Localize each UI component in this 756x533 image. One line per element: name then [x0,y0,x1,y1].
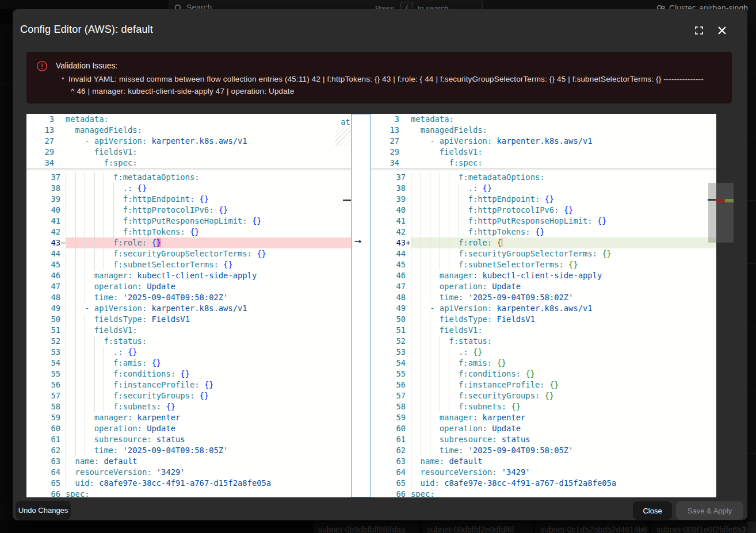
code-line[interactable]: 51fieldsV1: [371,325,716,336]
close-dialog-button[interactable]: Close [633,501,672,520]
scrollbar-slider[interactable] [708,183,716,243]
code-line[interactable]: 29fieldsV1: [26,147,351,158]
code-line[interactable]: 63name: default [371,456,716,467]
line-number: 13 [371,125,399,136]
code-line[interactable]: 55f:conditions: {} [26,369,351,379]
code-line[interactable]: 38.: {} [26,183,351,194]
code-line[interactable]: 53.: {} [371,347,716,358]
code-line[interactable]: 3metadata: [26,114,351,125]
code-line[interactable]: 46manager: kubectl-client-side-apply [26,270,351,281]
code-line[interactable]: 27- apiVersion: karpenter.k8s.aws/v1 [371,136,716,147]
code-line[interactable]: 50fieldsType: FieldsV1 [371,314,716,325]
overview-ruler-viewport[interactable] [716,183,734,243]
code-line[interactable]: 13managedFields: [26,125,351,136]
code-line[interactable]: 57f:securityGroups: {} [26,390,351,401]
line-number: 53 [26,347,60,358]
code-line[interactable]: 61subresource: status [371,434,716,445]
line-number: 27 [26,136,54,147]
diff-original-pane[interactable]: 37f:metadataOptions:38.: {}39f:httpEndpo… [26,114,351,497]
diff-gutter: → [351,114,371,497]
code-line[interactable]: 62time: '2025-09-04T09:58:05Z' [371,445,716,456]
line-number: 47 [371,281,406,292]
code-line[interactable]: 37f:metadataOptions: [26,172,351,183]
line-number: 27 [371,136,399,147]
code-line[interactable]: 64resourceVersion: '3429' [371,467,716,478]
code-line[interactable]: 34f:spec: [371,158,716,168]
code-line[interactable]: 43−f:role: {} [26,237,351,248]
code-line[interactable]: 64resourceVersion: '3429' [26,467,351,478]
code-line[interactable]: 40f:httpProtocolIPv6: {} [26,205,351,216]
code-line[interactable]: 50fieldsType: FieldsV1 [26,314,351,325]
code-line[interactable]: 55f:conditions: {} [371,369,716,379]
code-line[interactable]: 61subresource: status [26,434,351,445]
code-line[interactable]: 37f:metadataOptions: [371,172,716,183]
code-line[interactable]: 39f:httpEndpoint: {} [26,194,351,205]
code-line[interactable]: 48time: '2025-09-04T09:58:02Z' [371,292,716,303]
code-line[interactable]: 47operation: Update [26,281,351,292]
diff-modified-pane[interactable]: 37f:metadataOptions:38.: {}39f:httpEndpo… [371,114,716,497]
code-line[interactable]: 47operation: Update [371,281,716,292]
code-line[interactable]: 41f:httpPutResponseHopLimit: {} [371,216,716,227]
code-line[interactable]: 43+f:role: { [371,237,716,248]
undo-changes-button[interactable]: Undo Changes [16,501,71,520]
clipped-code-text: at [341,117,350,128]
code-line[interactable]: 60operation: Update [26,423,351,434]
code-line[interactable]: 45f:subnetSelectorTerms: {} [26,259,351,270]
code-line[interactable]: 62time: '2025-09-04T09:58:05Z' [26,445,351,456]
code-line[interactable]: 34f:spec: [26,158,351,168]
code-line[interactable]: 60operation: Update [371,423,716,434]
overview-cursor-mark [708,199,717,201]
code-line[interactable]: 45f:subnetSelectorTerms: {} [371,259,716,270]
code-line[interactable]: 49- apiVersion: karpenter.k8s.aws/v1 [371,303,716,314]
line-number: 54 [371,358,406,369]
code-line[interactable]: 42f:httpTokens: {} [26,227,351,237]
revert-arrow-icon[interactable]: → [354,235,361,247]
code-line[interactable]: 59manager: karpenter [26,412,351,423]
code-line[interactable]: 49- apiVersion: karpenter.k8s.aws/v1 [26,303,351,314]
code-line[interactable]: 56f:instanceProfile: {} [371,379,716,390]
line-number: 45 [371,259,406,270]
code-line[interactable]: 44f:securityGroupSelectorTerms: {} [371,248,716,259]
code-line[interactable]: 52f:status: [26,336,351,347]
table-row-separator [747,137,756,137]
code-line[interactable]: 65uid: c8afe97e-38cc-4f91-a767-d15f2a8fe… [371,478,716,489]
line-number: 56 [26,379,60,390]
line-number: 63 [26,456,60,467]
code-line[interactable]: 46manager: kubectl-client-side-apply [371,270,716,281]
code-line[interactable]: 3metadata: [371,114,716,125]
code-line[interactable]: 54f:amis: {} [26,358,351,369]
fullscreen-button[interactable] [689,21,709,40]
code-line[interactable]: 40f:httpProtocolIPv6: {} [371,205,716,216]
line-number: 63 [371,456,406,467]
code-line[interactable]: 38.: {} [371,183,716,194]
line-number: 42 [26,227,60,237]
code-line[interactable]: 48time: '2025-09-04T09:58:02Z' [26,292,351,303]
code-line[interactable]: 29fieldsV1: [371,147,716,158]
code-line[interactable]: 54f:amis: {} [371,358,716,369]
line-number: 49 [371,303,406,314]
line-number: 48 [371,292,406,303]
code-line[interactable]: 65uid: c8afe97e-38cc-4f91-a767-d15f2a8fe… [26,478,351,489]
line-number: 34 [26,158,54,168]
save-apply-button[interactable]: Save & Apply [676,501,743,520]
code-line[interactable]: 56f:instanceProfile: {} [26,379,351,390]
code-line[interactable]: 58f:subnets: {} [26,401,351,412]
code-line[interactable]: 52f:status: [371,336,716,347]
left-scrollbar-cursor-mark [343,200,351,201]
code-line[interactable]: 53.: {} [26,347,351,358]
code-line[interactable]: 41f:httpPutResponseHopLimit: {} [26,216,351,227]
code-line[interactable]: 58f:subnets: {} [371,401,716,412]
code-line[interactable]: 13managedFields: [371,125,716,136]
code-line[interactable]: 42f:httpTokens: {} [371,227,716,237]
close-button[interactable] [712,21,732,40]
code-line[interactable]: 57f:securityGroups: {} [371,390,716,401]
code-line[interactable]: 27- apiVersion: karpenter.k8s.aws/v1 [26,136,351,147]
code-line[interactable]: 66spec: [26,489,351,497]
code-line[interactable]: 44f:securityGroupSelectorTerms: {} [26,248,351,259]
line-number: 29 [371,147,399,158]
code-line[interactable]: 39f:httpEndpoint: {} [371,194,716,205]
code-line[interactable]: 66spec: [371,489,716,497]
code-line[interactable]: 63name: default [26,456,351,467]
code-line[interactable]: 51fieldsV1: [26,325,351,336]
code-line[interactable]: 59manager: karpenter [371,412,716,423]
